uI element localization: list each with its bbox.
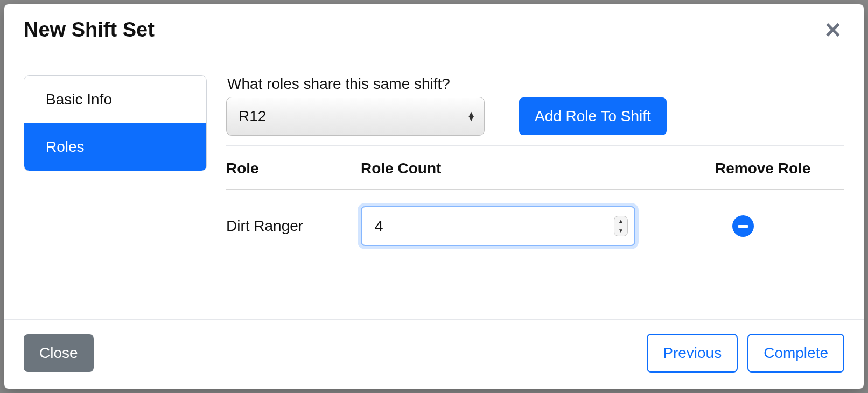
modal-header: New Shift Set ✕ [4,4,864,57]
col-remove-role: Remove Role [710,160,844,177]
previous-button[interactable]: Previous [647,334,738,373]
col-role-count: Role Count [361,160,710,177]
button-label: Add Role To Shift [535,108,651,125]
tab-roles[interactable]: Roles [24,123,206,171]
minus-icon [738,225,748,228]
role-count-input[interactable] [361,206,635,246]
footer-right-group: Previous Complete [647,334,844,373]
close-icon[interactable]: ✕ [822,19,844,41]
roles-table: Role Role Count Remove Role Dirt Ranger … [226,146,844,262]
table-row: Dirt Ranger ▲▼ [226,190,844,262]
add-role-button[interactable]: Add Role To Shift [519,97,667,135]
cell-remove [710,215,844,237]
roles-prompt: What roles share this same shift? [226,75,844,93]
modal-footer: Close Previous Complete [4,319,864,389]
modal-title: New Shift Set [24,18,155,41]
chevron-updown-icon: ▲▼ [467,112,475,121]
complete-button[interactable]: Complete [747,334,844,373]
sidebar: Basic Info Roles [24,75,207,314]
cell-role-name: Dirt Ranger [226,217,361,235]
role-select[interactable]: R12 ▲▼ [226,97,485,136]
tab-basic-info[interactable]: Basic Info [24,76,206,123]
modal-dialog: New Shift Set ✕ Basic Info Roles What ro… [4,4,864,389]
main-panel: What roles share this same shift? R12 ▲▼… [226,75,844,314]
tab-list: Basic Info Roles [24,75,207,171]
number-stepper-icon[interactable]: ▲▼ [614,216,628,236]
modal-body: Basic Info Roles What roles share this s… [4,57,864,319]
table-header-row: Role Role Count Remove Role [226,146,844,190]
button-label: Previous [663,345,722,362]
button-label: Complete [764,345,828,362]
remove-role-button[interactable] [732,215,754,237]
close-button[interactable]: Close [24,334,94,372]
tab-label: Basic Info [46,91,112,108]
col-role: Role [226,160,361,177]
tab-label: Roles [46,138,85,155]
button-label: Close [39,345,78,362]
role-select-row: R12 ▲▼ Add Role To Shift [226,97,844,146]
cell-role-count: ▲▼ [361,206,635,246]
role-select-value: R12 [239,108,266,125]
